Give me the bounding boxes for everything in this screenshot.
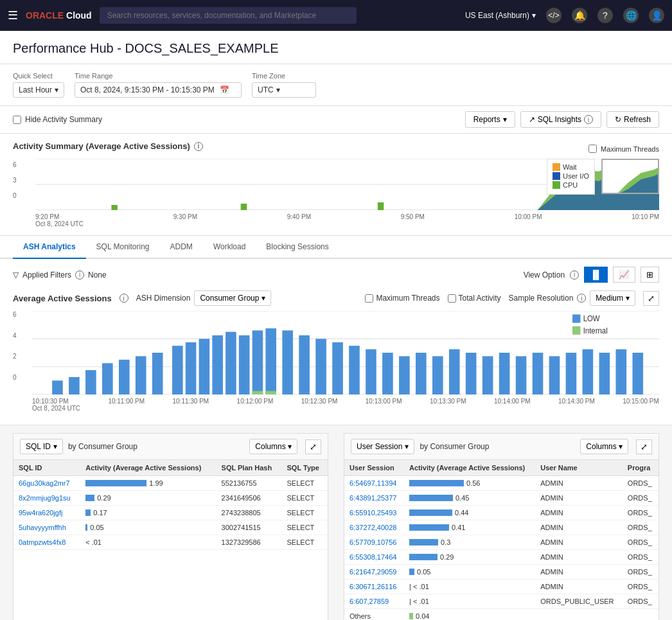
tab-workload[interactable]: Workload <box>203 236 256 259</box>
refresh-button[interactable]: ↻ Refresh <box>606 111 659 128</box>
timezone-group: Time Zone UTC ▾ <box>252 72 316 98</box>
timezone-dropdown[interactable]: UTC ▾ <box>252 82 316 98</box>
time-range-group: Time Range Oct 8, 2024, 9:15:30 PM - 10:… <box>75 72 242 98</box>
info-icon[interactable]: i <box>584 115 593 124</box>
info-icon[interactable]: i <box>194 142 203 151</box>
reports-label: Reports <box>473 115 500 124</box>
hamburger-menu[interactable]: ☰ <box>8 8 18 22</box>
activity-summary-chart: Activity Summary (Average Active Session… <box>0 134 672 236</box>
cpu-color <box>553 181 560 189</box>
sql-id-link[interactable]: 8x2mmjug9g1su <box>19 494 71 502</box>
svg-rect-4 <box>241 204 247 210</box>
reports-button[interactable]: Reports ▾ <box>465 111 515 128</box>
globe-icon[interactable]: 🌐 <box>623 8 639 23</box>
max-threads-checkbox[interactable] <box>588 145 597 153</box>
bell-icon[interactable]: 🔔 <box>572 8 587 23</box>
x-label-1: 9:30 PM <box>173 213 197 227</box>
type-cell: SELECT <box>282 491 328 506</box>
chevron-down-icon: ▾ <box>276 85 280 94</box>
search-input[interactable] <box>100 7 357 24</box>
svg-rect-17 <box>102 363 113 394</box>
activity-value: 0.05 <box>90 524 103 531</box>
user-session-link[interactable]: 6:55910,25493 <box>349 509 396 517</box>
tab-addm[interactable]: ADDM <box>160 236 203 259</box>
user-session-link[interactable]: 6:37272,40028 <box>349 524 396 531</box>
time-range-input[interactable]: Oct 8, 2024, 9:15:30 PM - 10:15:30 PM 📅 <box>75 82 242 98</box>
svg-rect-26 <box>239 335 250 394</box>
chart-title: Activity Summary (Average Active Session… <box>13 141 203 151</box>
chevron-down-icon: ▾ <box>532 11 536 20</box>
total-activity-checkbox[interactable] <box>448 294 456 303</box>
sql-insights-button[interactable]: ↗ SQL Insights i <box>520 111 601 128</box>
expand-chart-button[interactable]: ⤢ <box>643 291 659 306</box>
user-columns-button[interactable]: Columns ▾ <box>580 439 628 454</box>
svg-rect-18 <box>119 360 130 394</box>
user-session-link[interactable]: 6:57709,10756 <box>349 538 396 546</box>
svg-rect-3 <box>111 205 117 210</box>
svg-rect-55 <box>572 326 580 335</box>
user-session-dropdown-button[interactable]: User Session ▾ <box>351 439 414 454</box>
tab-sql-monitoring[interactable]: SQL Monitoring <box>86 236 160 259</box>
activity-cell: 0.04 <box>409 612 530 620</box>
user-session-link[interactable]: 6:43891,25377 <box>349 494 396 502</box>
info-icon[interactable]: i <box>75 270 84 279</box>
quick-select-dropdown[interactable]: Last Hour ▾ <box>13 82 64 98</box>
tab-ash-analytics[interactable]: ASH Analytics <box>13 236 86 259</box>
username-cell: ADMIN <box>535 550 623 565</box>
activity-cell: 0.17 <box>85 509 211 517</box>
activity-value: | < .01 <box>409 583 429 590</box>
info-icon[interactable]: i <box>577 294 586 303</box>
program-cell: ORDS_ <box>623 476 659 491</box>
user-activity-header: Activity (Average Active Sessions) <box>404 460 535 476</box>
program-cell <box>623 609 659 621</box>
user-icon[interactable]: 👤 <box>649 8 664 23</box>
consumer-group-dropdown[interactable]: Consumer Group ▾ <box>194 290 271 306</box>
help-icon[interactable]: ? <box>597 8 613 23</box>
line-chart-view-button[interactable]: 📈 <box>613 267 635 283</box>
tab-blocking-sessions[interactable]: Blocking Sessions <box>256 236 339 259</box>
sql-id-link[interactable]: 5uhavyyymffhh <box>19 524 66 531</box>
user-expand-button[interactable]: ⤢ <box>636 439 652 454</box>
code-icon[interactable]: </> <box>546 8 561 23</box>
sql-columns-button[interactable]: Columns ▾ <box>249 439 297 454</box>
svg-rect-39 <box>416 353 427 394</box>
svg-rect-20 <box>152 353 163 394</box>
hide-activity-checkbox[interactable] <box>13 116 21 124</box>
chevron-down-icon: ▾ <box>53 442 57 451</box>
sql-id-link[interactable]: 0atmpzwts4fx8 <box>19 538 66 546</box>
grid-view-button[interactable]: ⊞ <box>641 267 659 283</box>
max-threads-checkbox[interactable] <box>365 294 373 303</box>
sql-id-link[interactable]: 66gu30kag2mr7 <box>19 479 70 487</box>
username-cell: ADMIN <box>535 476 623 491</box>
region-selector[interactable]: US East (Ashburn) ▾ <box>465 11 536 20</box>
bar-chart-view-button[interactable]: ▐▌ <box>584 267 608 283</box>
ash-dimension-label: ASH Dimension <box>136 294 191 303</box>
sql-expand-button[interactable]: ⤢ <box>305 439 321 454</box>
info-icon[interactable]: i <box>570 270 579 279</box>
svg-rect-25 <box>225 332 236 395</box>
user-session-link[interactable]: 6:21647,29059 <box>349 568 396 576</box>
columns-label: Columns <box>255 442 285 451</box>
sql-id-dropdown-button[interactable]: SQL ID ▾ <box>20 439 63 454</box>
sql-id-label: SQL ID <box>26 442 51 451</box>
cpu-legend: CPU <box>553 181 589 189</box>
thumbnail-svg <box>603 160 659 194</box>
user-session-link[interactable]: 6:54697,11394 <box>349 479 396 487</box>
user-session-link[interactable]: 6:55308,17464 <box>349 553 396 561</box>
user-session-link[interactable]: 6:30671,26116 <box>349 583 396 590</box>
x-label-5: 10:10 PM <box>632 213 659 227</box>
table-row: 66gu30kag2mr7 1.99 552136755 SELECT <box>13 476 328 491</box>
username-cell: ADMIN <box>535 535 623 550</box>
svg-rect-43 <box>482 356 493 394</box>
activity-value: 0.04 <box>416 612 429 620</box>
quick-select-label: Quick Select <box>13 72 64 80</box>
user-session-link[interactable]: 6:607,27859 <box>349 598 389 605</box>
user-session-table: User Session Activity (Average Active Se… <box>344 460 659 620</box>
program-cell: ORDS_ <box>623 565 659 580</box>
sql-id-link[interactable]: 95w4ra620jgfj <box>19 509 63 517</box>
analytics-section: ▽ Applied Filters i None View Option i ▐… <box>0 259 672 425</box>
medium-dropdown[interactable]: Medium ▾ <box>590 290 635 306</box>
columns-label: Columns <box>586 442 616 451</box>
info-icon[interactable]: i <box>119 294 128 303</box>
applied-filters-label: Applied Filters <box>22 270 71 279</box>
